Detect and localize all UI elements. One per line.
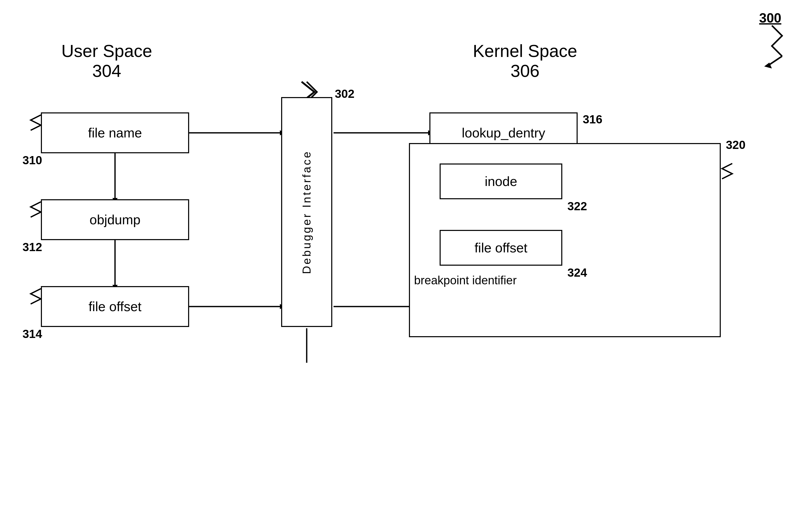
box-filename: file name	[41, 113, 189, 153]
ref-322: 322	[567, 199, 587, 213]
ref-316: 316	[583, 113, 603, 126]
svg-line-0	[767, 56, 782, 67]
box-objdump: objdump	[41, 199, 189, 240]
box-inode: inode	[440, 163, 562, 199]
ref-314: 314	[23, 327, 42, 341]
user-space-title: User Space 304	[61, 41, 152, 81]
ref-324: 324	[567, 266, 587, 279]
box-fileoffset-left: file offset	[41, 286, 189, 327]
zigzag-314	[31, 289, 41, 304]
zigzag-310	[31, 115, 41, 130]
breakpoint-identifier-label: breakpoint identifier	[414, 273, 517, 287]
diagram-container: 300	[0, 0, 812, 527]
ref-302: 302	[335, 87, 354, 101]
kernel-space-title: Kernel Space 306	[473, 41, 577, 81]
ref-320: 320	[726, 138, 745, 152]
zigzag-top-right	[764, 26, 782, 69]
figure-number: 300	[759, 10, 781, 26]
ref-312: 312	[23, 240, 42, 254]
box-debugger-interface: Debugger Interface	[281, 97, 332, 327]
ref-310: 310	[23, 153, 42, 167]
zigzag-320	[722, 163, 732, 179]
box-fileoffset-right: file offset	[440, 230, 562, 266]
svg-marker-1	[764, 62, 772, 69]
zigzag-312	[31, 202, 41, 217]
